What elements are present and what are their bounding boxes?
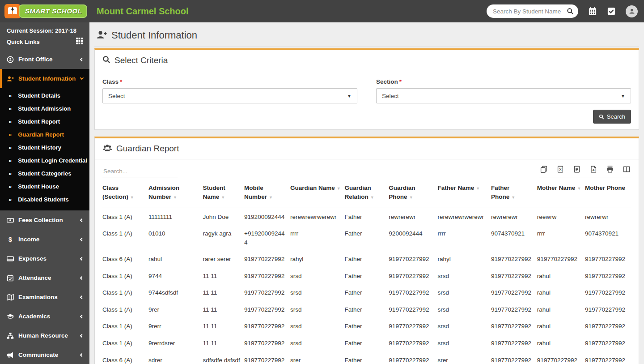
submenu-item-label: Student Report <box>18 118 60 125</box>
table-cell: Father <box>345 335 389 352</box>
column-header-mobile-number[interactable]: Mobile Number▼ <box>244 180 290 207</box>
search-button[interactable]: Search <box>593 110 631 124</box>
student-search-box[interactable] <box>487 4 578 18</box>
column-header-mother-phone[interactable]: Mother Phone <box>585 180 631 207</box>
table-cell: srsd <box>290 318 344 335</box>
copy-icon[interactable] <box>540 166 547 173</box>
table-cell: Class 1 (A) <box>102 225 148 251</box>
submenu-item-student-house[interactable]: »Student House <box>0 180 89 193</box>
grid-icon[interactable] <box>76 38 83 46</box>
class-field: Class* Select ▼ <box>102 78 357 103</box>
chevron-left-icon <box>80 295 84 299</box>
student-name-link[interactable]: John Doe <box>203 207 244 225</box>
column-header-guardian-relation[interactable]: Guardian Relation▼ <box>345 180 389 207</box>
table-row: Class 1 (A)01010ragyk agra+919200092444r… <box>102 225 631 251</box>
student-search-input[interactable] <box>493 8 567 15</box>
table-cell: 919770227992 <box>389 301 437 318</box>
required-asterisk: * <box>120 78 122 85</box>
sort-caret-icon: ▼ <box>337 186 341 191</box>
sidebar-item-student-information[interactable]: Student Information <box>0 69 89 88</box>
double-angle-icon: » <box>8 118 12 125</box>
student-name-link[interactable]: 11 11 <box>203 284 244 301</box>
print-icon[interactable] <box>606 166 614 173</box>
column-header-class-section[interactable]: Class (Section)▼ <box>102 180 148 207</box>
column-header-student-name[interactable]: Student Name▼ <box>203 180 244 207</box>
sidebar-item-label: Front Office <box>18 56 80 63</box>
csv-icon[interactable] <box>573 166 580 173</box>
svg-text:A: A <box>592 168 594 171</box>
sort-caret-icon: ▼ <box>409 195 413 200</box>
class-label: Class* <box>102 78 357 85</box>
table-cell: 919770227992 <box>389 268 437 285</box>
sidebar-item-expenses[interactable]: Expenses <box>0 249 89 268</box>
sidebar-item-attendance[interactable]: Attendance <box>0 268 89 287</box>
table-cell: 9200092444 <box>389 225 437 251</box>
submenu-item-student-report[interactable]: »Student Report <box>0 115 89 128</box>
column-header-guardian-phone[interactable]: Guardian Phone▼ <box>389 180 437 207</box>
table-cell: srsd <box>437 301 491 318</box>
column-header-guardian-name[interactable]: Guardian Name▼ <box>290 180 344 207</box>
academics-icon <box>7 313 18 320</box>
student-name-link[interactable]: ragyk agra <box>203 225 244 251</box>
submenu-item-student-admission[interactable]: »Student Admission <box>0 102 89 115</box>
table-cell: 919770227992 <box>491 335 537 352</box>
sidebar-item-front-office[interactable]: Front Office <box>0 50 89 69</box>
chevron-left-icon <box>80 237 84 241</box>
excel-icon[interactable]: X <box>557 166 564 173</box>
table-cell: srsd <box>437 335 491 352</box>
column-header-admission-number[interactable]: Admission Number▼ <box>148 180 203 207</box>
pdf-icon[interactable]: A <box>590 166 597 173</box>
calendar-icon[interactable] <box>588 7 597 16</box>
section-select[interactable]: Select ▼ <box>376 88 631 103</box>
submenu-item-student-history[interactable]: »Student History <box>0 141 89 154</box>
sort-caret-icon: ▼ <box>269 195 273 200</box>
submenu-item-student-details[interactable]: »Student Details <box>0 89 89 102</box>
submenu-item-label: Student Login Credential <box>18 157 87 164</box>
table-cell: 919770227992 <box>491 318 537 335</box>
tasks-icon[interactable] <box>607 7 616 16</box>
student-name-link[interactable]: 11 11 <box>203 268 244 285</box>
sidebar-item-academics[interactable]: Academics <box>0 307 89 326</box>
submenu-item-student-categories[interactable]: »Student Categories <box>0 167 89 180</box>
table-cell: 919770227992 <box>585 301 631 318</box>
student-name-link[interactable]: rarer serer <box>203 251 244 268</box>
section-field: Section* Select ▼ <box>376 78 631 103</box>
submenu-item-disabled-students[interactable]: »Disabled Students <box>0 193 89 206</box>
table-cell: Father <box>345 251 389 268</box>
table-cell: rrrr <box>290 225 344 251</box>
table-cell: 919770227992 <box>585 352 631 364</box>
class-select[interactable]: Select ▼ <box>102 88 357 103</box>
app-logo[interactable]: SMART SCHOOL <box>0 0 89 22</box>
column-header-father-name[interactable]: Father Name▼ <box>437 180 491 207</box>
sidebar-item-human-resource[interactable]: Human Resource <box>0 326 89 345</box>
table-cell: 919770227992 <box>244 318 290 335</box>
table-row: Class 1 (A)9rerrdsrer11 11919770227992sr… <box>102 335 631 352</box>
search-icon[interactable] <box>567 8 574 15</box>
column-header-father-phone[interactable]: Father Phone▼ <box>491 180 537 207</box>
sort-caret-icon: ▼ <box>476 186 480 191</box>
quick-links[interactable]: Quick Links <box>7 38 83 46</box>
column-header-mother-name[interactable]: Mother Name▼ <box>537 180 585 207</box>
student-name-link[interactable]: 11 11 <box>203 318 244 335</box>
sidebar-item-income[interactable]: $Income <box>0 230 89 249</box>
table-search-input[interactable] <box>102 167 178 177</box>
student-name-link[interactable]: 11 11 <box>203 335 244 352</box>
communicate-icon <box>7 351 18 359</box>
dropdown-caret-icon: ▼ <box>347 94 352 98</box>
table-cell: 9rer <box>148 301 203 318</box>
sidebar-item-communicate[interactable]: Communicate <box>0 345 89 364</box>
table-cell: 9rerrdsrer <box>148 335 203 352</box>
submenu-item-label: Student Admission <box>18 105 71 112</box>
table-cell: srer <box>437 352 491 364</box>
sidebar-item-examinations[interactable]: Examinations <box>0 287 89 307</box>
columns-icon[interactable] <box>623 166 630 173</box>
student-name-link[interactable]: sdfsdfe dsfsdf <box>203 352 244 364</box>
submenu-item-student-login-credential[interactable]: »Student Login Credential <box>0 154 89 167</box>
table-cell: Class 1 (A) <box>102 284 148 301</box>
chevron-left-icon <box>80 276 84 279</box>
user-avatar[interactable] <box>626 5 638 17</box>
table-cell: 919200092444 <box>244 207 290 225</box>
submenu-item-guardian-report[interactable]: »Guardian Report <box>0 128 89 141</box>
student-name-link[interactable]: 11 11 <box>203 301 244 318</box>
sidebar-item-fees-collection[interactable]: Fees Collection <box>0 210 89 230</box>
